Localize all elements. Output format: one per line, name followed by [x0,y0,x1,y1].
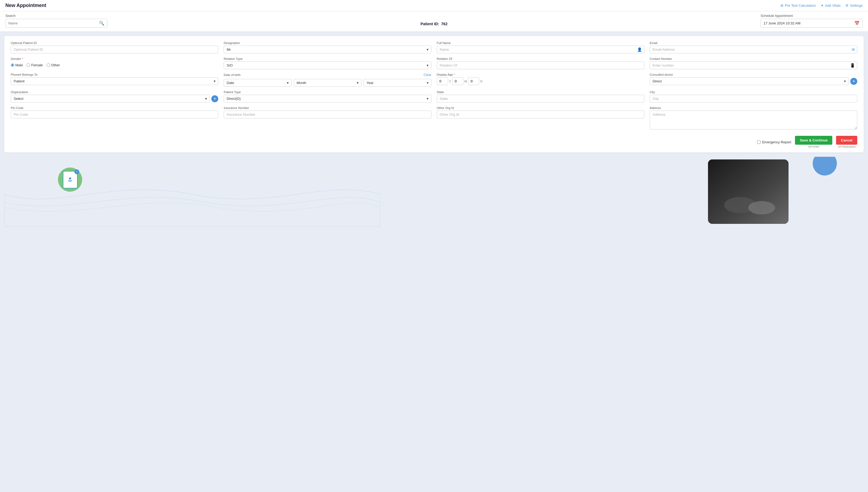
consulted-doctor-label: Consulted doctor [650,73,857,76]
city-label: City [650,91,857,94]
gender-female-label[interactable]: Female [27,63,43,67]
gender-female-radio[interactable] [27,63,30,67]
search-section: Search 🔍 [5,14,107,28]
consulted-doctor-select[interactable]: Direct [650,77,849,85]
gender-female-text: Female [31,63,43,67]
gender-other-radio[interactable] [47,63,50,67]
other-org-id-input[interactable] [437,110,644,118]
organization-label: Organization [11,91,218,94]
relation-of-input[interactable] [437,62,644,69]
gender-male-label[interactable]: Male [11,63,23,67]
display-age-group: Display Age * Y M D [437,73,644,87]
emergency-report-label[interactable]: Emergency Report [757,140,791,144]
relation-type-select[interactable]: S/O D/O W/O [224,62,431,69]
patient-id-value: 762 [441,22,447,26]
organization-group: Organization Select ▼ + [11,91,218,102]
add-vitals-action[interactable]: ✦ Add Vitals [821,3,841,7]
dob-clear-link[interactable]: Clear [424,73,431,77]
cancel-button[interactable]: Cancel [836,136,857,145]
gender-male-text: Male [15,63,23,67]
pin-code-input[interactable] [11,110,218,118]
relation-of-label: Relation Of [437,57,644,60]
age-days-input[interactable] [468,77,479,85]
patient-type-group: Patient Type Direct(D) Insurance Corpora… [224,91,431,102]
gear-icon: ⚙ [845,3,849,7]
emergency-report-checkbox[interactable] [757,140,761,144]
city-input[interactable] [650,95,857,102]
patient-id-section: Patient ID: 762 [116,22,752,28]
dob-year-select[interactable]: Year [363,79,431,87]
contact-number-input[interactable] [650,62,857,69]
full-name-input-wrap: 👤 [437,46,644,53]
cancel-button-group: Cancel ctrl+backspace [836,136,857,148]
address-label: Address [650,106,857,109]
address-textarea[interactable] [650,110,857,129]
dob-label: Date of birth [224,73,241,76]
svg-rect-1 [68,180,72,181]
dob-month-select[interactable]: Month [294,79,361,87]
email-group: Email ✉ [650,41,857,53]
search-input-wrap: 🔍 [5,19,107,28]
state-input[interactable] [437,95,644,102]
contact-number-group: Contact Number 📱 [650,57,857,69]
save-continue-button[interactable]: Save & Continue [795,136,832,145]
optional-patient-id-label: Optional Patient ID [11,41,218,45]
calendar-icon[interactable]: 📅 [854,21,860,26]
gender-label: Gender * [11,57,218,60]
email-input-wrap: ✉ [650,46,857,53]
svg-point-0 [69,177,71,179]
months-unit: M [464,80,467,83]
schedule-input[interactable] [764,21,854,25]
search-icon[interactable]: 🔍 [99,21,104,26]
designation-select-wrap: Mr. Mrs. Ms. Dr. ▼ [224,46,431,53]
full-name-input[interactable] [437,46,644,53]
years-unit: Y [449,80,451,83]
phone-belongs-select-wrap: Patient Guardian ▼ [11,77,218,85]
pre-test-action[interactable]: ⊞ Pre Test Calculation [780,3,816,7]
gender-male-radio[interactable] [11,63,14,67]
svg-rect-3 [708,159,789,224]
gender-group: Gender * Male Female Other [11,57,218,69]
address-group: Address [650,106,857,129]
phone-belongs-label: Phone# Belongs To [11,73,218,76]
photo-placeholder [708,159,789,224]
display-age-row: Y M D [437,77,644,85]
insurance-number-input[interactable] [224,110,431,118]
save-shortcut-label: ctrl+enter [808,145,819,148]
pin-code-label: Pin Code [11,106,218,109]
patient-type-select[interactable]: Direct(D) Insurance Corporate [224,95,431,102]
consulted-doctor-select-wrap: Direct ▼ [650,77,849,85]
consulted-doctor-group: Consulted doctor Direct ▼ + [650,73,857,87]
age-months-input[interactable] [452,77,463,85]
relation-type-label: Relation Type [224,57,431,60]
city-group: City [650,91,857,102]
add-doctor-button[interactable]: + [850,78,857,85]
emergency-report-text: Emergency Report [762,140,791,144]
designation-label: Designation [224,41,431,45]
consulted-doctor-row: Direct ▼ + [650,77,857,85]
patient-id-label: Patient ID: [420,22,439,26]
settings-action[interactable]: ⚙ Settings [845,3,863,7]
calculator-icon: ⊞ [780,3,783,7]
relation-type-select-wrap: S/O D/O W/O ▼ [224,62,431,69]
main-form-card: Optional Patient ID Designation Mr. Mrs.… [4,36,864,152]
search-label: Search [5,14,107,18]
schedule-label: Schedule Appointment [761,14,863,18]
organization-select-wrap: Select ▼ [11,95,210,102]
phone-belongs-select[interactable]: Patient Guardian [11,77,218,85]
full-name-label: Full Name [437,41,644,45]
email-input[interactable] [650,46,857,53]
organization-select[interactable]: Select [11,95,210,102]
patient-type-select-wrap: Direct(D) Insurance Corporate ▼ [224,95,431,102]
optional-patient-id-input[interactable] [11,46,218,53]
age-years-input[interactable] [437,77,448,85]
search-input[interactable] [8,21,99,25]
gender-other-label[interactable]: Other [47,63,60,67]
add-organization-button[interactable]: + [211,95,218,102]
dob-row: Date ▼ Month ▼ Year ▼ [224,79,431,87]
designation-select[interactable]: Mr. Mrs. Ms. Dr. [224,46,431,53]
insurance-number-group: Insurance Number [224,106,431,129]
person-silhouette-icon [67,177,73,182]
organization-row: Select ▼ + [11,95,218,102]
dob-date-select[interactable]: Date [224,79,291,87]
